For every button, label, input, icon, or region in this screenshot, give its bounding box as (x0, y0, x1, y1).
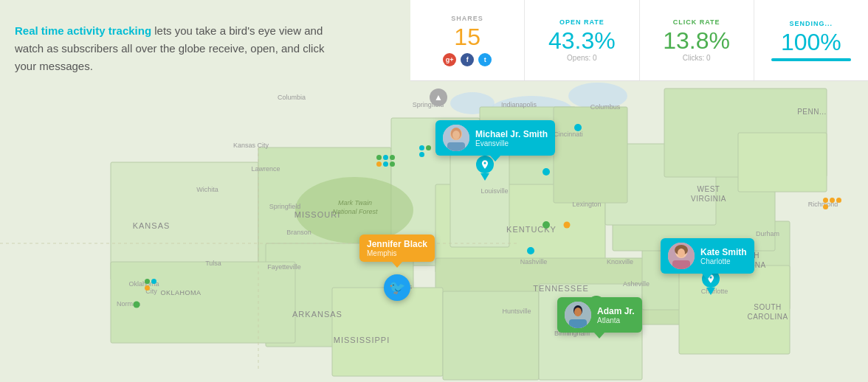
twitter-popup-memphis: 🐦 (384, 274, 410, 301)
text-section: Real time activity tracking lets you tak… (15, 22, 340, 75)
stats-bar: SHARES 15 g+ f t OPEN RATE 43.3% Opens: … (410, 0, 868, 81)
popup-jennifer-name: Jennifer Black (367, 239, 427, 249)
dot-cincinnati (574, 124, 582, 131)
stat-click-rate: CLICK RATE 13.8% Clicks: 0 (640, 0, 754, 80)
click-rate-label: CLICK RATE (673, 18, 720, 26)
dot-evansville-pin (542, 168, 550, 176)
popup-kate-name: Kate Smith (700, 247, 747, 257)
popup-kate[interactable]: Kate Smith Charlotte (661, 238, 754, 274)
svg-point-74 (452, 131, 460, 139)
cluster-oklahoma (145, 279, 161, 291)
open-rate-sub: Opens: 0 (567, 54, 597, 62)
click-rate-sub: Clicks: 0 (683, 54, 711, 62)
avatar-michael (443, 125, 469, 151)
open-rate-label: OPEN RATE (559, 18, 604, 26)
cluster-dots-va (823, 198, 842, 209)
sending-value: 100% (781, 30, 841, 54)
dot-kentucky (542, 221, 550, 229)
svg-rect-79 (672, 260, 690, 269)
dot-nashville (527, 247, 534, 254)
avatar-adam (565, 302, 591, 328)
popup-michael-name: Michael Jr. Smith (475, 129, 548, 139)
popup-michael-location: Evansville (475, 139, 548, 147)
popup-adam[interactable]: Adam Jr. Atlanta (557, 297, 642, 333)
cluster-dots-stlouis (376, 155, 396, 167)
google-plus-icon[interactable]: g+ (443, 53, 456, 66)
popup-jennifer-location: Memphis (367, 249, 427, 257)
popup-jennifer[interactable]: Jennifer Black Memphis (359, 235, 435, 262)
svg-point-78 (678, 249, 685, 257)
popup-kate-location: Charlotte (700, 257, 747, 265)
dot-tn (564, 222, 571, 229)
shares-label: SHARES (451, 15, 483, 22)
click-rate-value: 13.8% (663, 29, 730, 52)
sending-progress-bar (771, 58, 850, 61)
popup-adam-name: Adam Jr. (597, 306, 635, 316)
scroll-up-button[interactable]: ▲ (430, 88, 447, 106)
svg-rect-72 (447, 142, 465, 151)
sending-label: SENDING... (790, 20, 833, 27)
popup-michael[interactable]: Michael Jr. Smith Evansville (435, 120, 555, 156)
social-icons: g+ f t (443, 53, 492, 66)
cluster-dots-indiana (419, 145, 434, 157)
stat-shares: SHARES 15 g+ f t (410, 0, 525, 80)
stat-open-rate: OPEN RATE 43.3% Opens: 0 (525, 0, 639, 80)
dot-norman (134, 302, 140, 308)
sending-progress-fill (771, 58, 850, 61)
popup-adam-location: Atlanta (597, 316, 635, 324)
shares-value: 15 (454, 25, 480, 49)
twitter-icon[interactable]: t (478, 53, 492, 66)
svg-rect-82 (569, 319, 587, 328)
open-rate-value: 43.3% (548, 29, 616, 52)
stat-sending: SENDING... 100% (754, 0, 868, 80)
text-highlight: Real time activity tracking (15, 24, 151, 37)
avatar-kate (668, 243, 695, 269)
svg-point-84 (574, 308, 582, 316)
facebook-icon[interactable]: f (461, 53, 474, 66)
